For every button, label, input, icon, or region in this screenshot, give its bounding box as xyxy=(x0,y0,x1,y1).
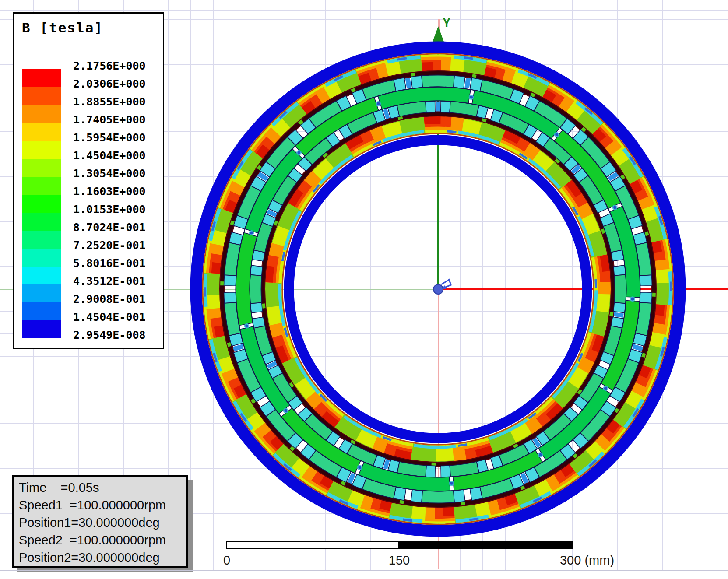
legend-value: 7.2520E-001 xyxy=(73,236,161,254)
legend-value: 2.0306E+000 xyxy=(73,75,161,93)
legend-value: 8.7024E-001 xyxy=(73,218,161,236)
speed2-readout: Speed2 =100.000000rpm xyxy=(19,531,186,549)
legend-color-band xyxy=(22,231,61,249)
legend-value: 2.1756E+000 xyxy=(73,57,161,75)
legend-color-band xyxy=(22,284,61,302)
y-axis-label: Y xyxy=(443,16,450,30)
legend-color-band xyxy=(22,123,61,141)
legend-title: B [tesla] xyxy=(22,20,103,35)
scale-bar xyxy=(226,541,573,549)
legend-value: 2.9549E-008 xyxy=(73,326,161,344)
legend-color-band xyxy=(22,267,61,284)
legend-color-band xyxy=(22,195,61,213)
legend-color-band xyxy=(22,177,61,195)
legend-color-band xyxy=(22,320,61,338)
legend-value: 1.5954E+000 xyxy=(73,129,161,147)
legend-color-band xyxy=(22,213,61,231)
legend-value: 1.3054E+000 xyxy=(73,165,161,182)
plot-bottom-edge xyxy=(0,570,728,571)
scale-tick-300: 300 (mm) xyxy=(560,553,614,568)
legend-color-band xyxy=(22,302,61,320)
origin-marker xyxy=(433,284,443,294)
legend-value: 1.7405E+000 xyxy=(73,111,161,129)
legend-color-band xyxy=(22,87,61,105)
legend-color-band xyxy=(22,105,61,123)
color-legend-box: B [tesla] 2.1756E+0002.0306E+0001.8855E+… xyxy=(13,12,164,349)
position2-readout: Position2=30.000000deg xyxy=(19,549,186,566)
legend-value: 1.1603E+000 xyxy=(73,182,161,200)
legend-value: 1.4504E+000 xyxy=(73,147,161,165)
legend-value: 1.8855E+000 xyxy=(73,93,161,111)
legend-value: 4.3512E-001 xyxy=(73,272,161,290)
legend-color-band xyxy=(22,159,61,177)
legend-color-band xyxy=(22,69,61,87)
scale-tick-0: 0 xyxy=(223,553,230,568)
scale-tick-150: 150 xyxy=(389,553,410,568)
legend-value: 2.9008E-001 xyxy=(73,290,161,308)
position1-readout: Position1=30.000000deg xyxy=(19,514,186,531)
legend-color-band xyxy=(22,141,61,159)
legend-value: 5.8016E-001 xyxy=(73,254,161,272)
speed1-readout: Speed1 =100.000000rpm xyxy=(19,496,186,514)
legend-value: 1.4504E-001 xyxy=(73,308,161,326)
legend-color-band xyxy=(22,249,61,267)
legend-value: 1.0153E+000 xyxy=(73,200,161,218)
time-readout: Time =0.05s xyxy=(19,479,186,496)
solution-info-box: Time =0.05s Speed1 =100.000000rpm Positi… xyxy=(12,475,188,568)
scale-bar-black-half xyxy=(398,541,573,549)
field-plot-window: Y B [tesla] 2.1756E+0002.0306E+0001.8855… xyxy=(0,0,728,579)
